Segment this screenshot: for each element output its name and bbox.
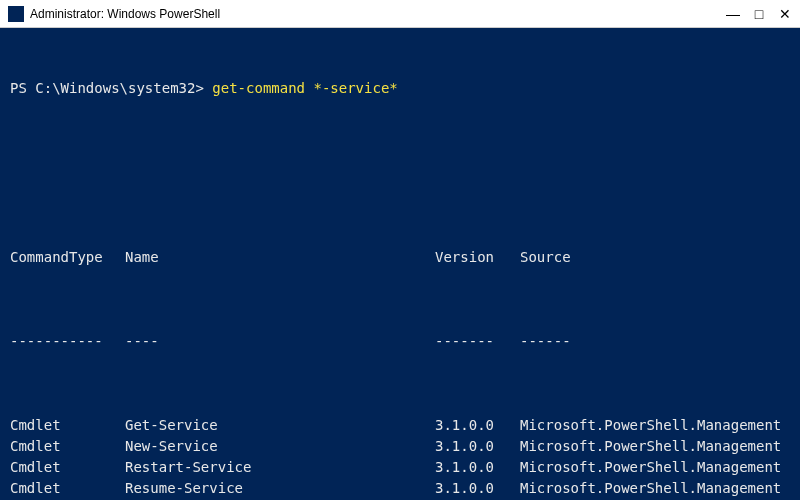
header-version: Version bbox=[435, 247, 520, 268]
cell-version: 3.1.0.0 bbox=[435, 415, 520, 436]
cell-commandtype: Cmdlet bbox=[10, 478, 125, 499]
powershell-window: Administrator: Windows PowerShell — □ ✕ … bbox=[0, 0, 800, 500]
prompt-ps: PS bbox=[10, 80, 35, 96]
dash-commandtype: ----------- bbox=[10, 331, 125, 352]
blank-line bbox=[10, 164, 790, 184]
entered-command: get-command *-service* bbox=[212, 80, 397, 96]
cell-source: Microsoft.PowerShell.Management bbox=[520, 478, 790, 499]
dash-version: ------- bbox=[435, 331, 520, 352]
cell-name: Restart-Service bbox=[125, 457, 435, 478]
window-title: Administrator: Windows PowerShell bbox=[30, 7, 726, 21]
cell-commandtype: Cmdlet bbox=[10, 415, 125, 436]
output-dash-row: ----------- ---- ------- ------ bbox=[10, 331, 790, 352]
cell-source: Microsoft.PowerShell.Management bbox=[520, 457, 790, 478]
cell-source: Microsoft.PowerShell.Management bbox=[520, 436, 790, 457]
window-titlebar[interactable]: Administrator: Windows PowerShell — □ ✕ bbox=[0, 0, 800, 28]
maximize-button[interactable]: □ bbox=[752, 6, 766, 22]
header-source: Source bbox=[520, 247, 790, 268]
close-button[interactable]: ✕ bbox=[778, 6, 792, 22]
output-row: CmdletRestart-Service3.1.0.0Microsoft.Po… bbox=[10, 457, 790, 478]
cell-version: 3.1.0.0 bbox=[435, 478, 520, 499]
prompt-gt: > bbox=[195, 80, 212, 96]
output-row: CmdletResume-Service3.1.0.0Microsoft.Pow… bbox=[10, 478, 790, 499]
header-name: Name bbox=[125, 247, 435, 268]
header-commandtype: CommandType bbox=[10, 247, 125, 268]
cell-name: Get-Service bbox=[125, 415, 435, 436]
output-header-row: CommandType Name Version Source bbox=[10, 247, 790, 268]
cell-name: New-Service bbox=[125, 436, 435, 457]
cell-version: 3.1.0.0 bbox=[435, 436, 520, 457]
dash-name: ---- bbox=[125, 331, 435, 352]
minimize-button[interactable]: — bbox=[726, 6, 740, 22]
cell-source: Microsoft.PowerShell.Management bbox=[520, 415, 790, 436]
dash-source: ------ bbox=[520, 331, 790, 352]
cell-commandtype: Cmdlet bbox=[10, 457, 125, 478]
window-controls: — □ ✕ bbox=[726, 6, 792, 22]
output-rows: CmdletGet-Service3.1.0.0Microsoft.PowerS… bbox=[10, 415, 790, 500]
prompt-path: C:\Windows\system32 bbox=[35, 80, 195, 96]
console-area[interactable]: PS C:\Windows\system32> get-command *-se… bbox=[0, 28, 800, 500]
powershell-icon bbox=[8, 6, 24, 22]
output-row: CmdletNew-Service3.1.0.0Microsoft.PowerS… bbox=[10, 436, 790, 457]
output-row: CmdletGet-Service3.1.0.0Microsoft.PowerS… bbox=[10, 415, 790, 436]
cell-commandtype: Cmdlet bbox=[10, 436, 125, 457]
cell-version: 3.1.0.0 bbox=[435, 457, 520, 478]
cell-name: Resume-Service bbox=[125, 478, 435, 499]
prompt-line-command: PS C:\Windows\system32> get-command *-se… bbox=[10, 78, 790, 99]
